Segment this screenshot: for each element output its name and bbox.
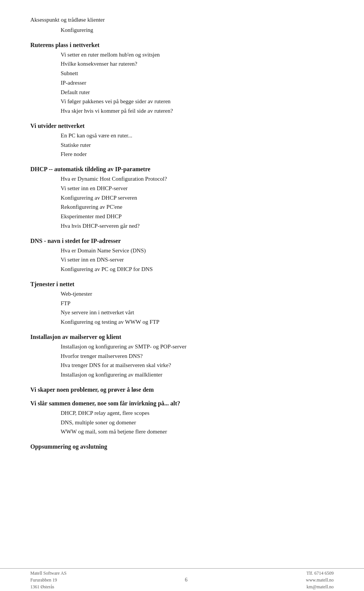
page-wrapper: Aksesspunkt og trådløse klienter Konfigu… [0, 0, 364, 591]
content-area: Aksesspunkt og trådløse klienter Konfigu… [30, 15, 334, 450]
ruterens-item-1: Hvilke konsekvenser har ruteren? [61, 59, 334, 69]
dhcp-item-5: Hva hvis DHCP-serveren går ned? [61, 221, 334, 231]
heading-aksesspunkt: Aksesspunkt og trådløse klienter [30, 15, 334, 25]
indent-ruterens: Vi setter en ruter mellom hub'en og svit… [30, 50, 334, 116]
section-tjenester: Tjenester i nettet Web-tjenester FTP Nye… [30, 281, 334, 327]
footer-left: Matell Software AS Fururabben 19 1361 Øs… [30, 570, 66, 590]
indent-dns: Hva er Domain Name Service (DNS) Vi sett… [30, 246, 334, 274]
ruterens-item-5: Vi følger pakkenes vei på begge sider av… [61, 97, 334, 106]
vi-utvider-item-0: En PC kan også være en ruter... [61, 131, 334, 140]
heading-vi-slaar: Vi slår sammen domener, noe som får invi… [30, 400, 334, 407]
dhcp-item-0: Hva er Dynamic Host Configuration Protoc… [61, 174, 334, 184]
vi-utvider-item-2: Flere noder [61, 150, 334, 159]
section-dns: DNS - navn i stedet for IP-adresser Hva … [30, 238, 334, 274]
dhcp-item-4: Eksperimenter med DHCP [61, 212, 334, 221]
footer-address1: Fururabben 19 [30, 577, 66, 583]
installasjon-item-3: Installasjon og konfigurering av mailkli… [61, 370, 334, 380]
ruterens-item-2: Subnett [61, 69, 334, 78]
footer-address2: 1361 Østerås [30, 583, 66, 590]
indent-vi-utvider: En PC kan også være en ruter... Statiske… [30, 131, 334, 159]
ruterens-item-6: Hva skjer hvis vi kommer på feil side av… [61, 106, 334, 116]
section-vi-skaper: Vi skaper noen problemer, og prøver å lø… [30, 386, 334, 393]
tjenester-item-2: Nye servere inn i nettverket vårt [61, 308, 334, 317]
tjenester-item-0: Web-tjenester [61, 289, 334, 299]
installasjon-item-0: Installasjon og konfigurering av SMTP- o… [61, 342, 334, 351]
vi-slaar-item-1: DNS, multiple soner og domener [61, 418, 334, 427]
indent-installasjon: Installasjon og konfigurering av SMTP- o… [30, 342, 334, 380]
vi-slaar-item-2: WWW og mail, som må betjene flere domene… [61, 427, 334, 437]
section-vi-slaar: Vi slår sammen domener, noe som får invi… [30, 400, 334, 437]
vi-slaar-item-0: DHCP, DHCP relay agent, flere scopes [61, 408, 334, 418]
footer: Matell Software AS Fururabben 19 1361 Øs… [0, 568, 364, 591]
dhcp-item-2: Konfigurering av DHCP serveren [61, 193, 334, 203]
dns-item-0: Hva er Domain Name Service (DNS) [61, 246, 334, 255]
dns-item-1: Vi setter inn en DNS-server [61, 255, 334, 265]
section-ruterens: Ruterens plass i nettverket Vi setter en… [30, 42, 334, 116]
tjenester-item-3: Konfigurering og testing av WWW og FTP [61, 317, 334, 327]
heading-oppsummering: Oppsummering og avslutning [30, 443, 334, 450]
section-dhcp: DHCP -- automatisk tildeling av IP-param… [30, 166, 334, 231]
footer-page-number: 6 [185, 577, 188, 583]
indent-tjenester: Web-tjenester FTP Nye servere inn i nett… [30, 289, 334, 327]
tjenester-item-1: FTP [61, 299, 334, 308]
indent-konfigurering: Konfigurering [30, 25, 334, 35]
ruterens-item-3: IP-adresser [61, 78, 334, 88]
footer-email: km@matell.no [306, 583, 334, 590]
footer-website: www.matell.no [306, 577, 334, 583]
ruterens-item-0: Vi setter en ruter mellom hub'en og svit… [61, 50, 334, 60]
installasjon-item-2: Hva trenger DNS for at mailserveren skal… [61, 361, 334, 370]
heading-ruterens: Ruterens plass i nettverket [30, 42, 334, 49]
heading-tjenester: Tjenester i nettet [30, 281, 334, 288]
ruterens-item-4: Default ruter [61, 88, 334, 97]
section-oppsummering: Oppsummering og avslutning [30, 443, 334, 450]
dhcp-item-3: Rekonfigurering av PC'ene [61, 202, 334, 212]
footer-phone: Tlf. 6714 6509 [306, 570, 334, 577]
dns-item-2: Konfigurering av PC og DHCP for DNS [61, 265, 334, 274]
heading-installasjon: Installasjon av mailserver og klient [30, 334, 334, 340]
heading-dhcp: DHCP -- automatisk tildeling av IP-param… [30, 166, 334, 173]
heading-dns: DNS - navn i stedet for IP-adresser [30, 238, 334, 244]
item-konfigurering: Konfigurering [61, 25, 334, 35]
section-aksesspunkt: Aksesspunkt og trådløse klienter Konfigu… [30, 15, 334, 35]
indent-vi-slaar: DHCP, DHCP relay agent, flere scopes DNS… [30, 408, 334, 437]
dhcp-item-1: Vi setter inn en DHCP-server [61, 184, 334, 193]
indent-dhcp: Hva er Dynamic Host Configuration Protoc… [30, 174, 334, 231]
heading-vi-utvider: Vi utvider nettverket [30, 123, 334, 129]
footer-right: Tlf. 6714 6509 www.matell.no km@matell.n… [306, 570, 334, 590]
section-installasjon: Installasjon av mailserver og klient Ins… [30, 334, 334, 380]
section-vi-utvider: Vi utvider nettverket En PC kan også vær… [30, 123, 334, 159]
vi-utvider-item-1: Statiske ruter [61, 140, 334, 150]
installasjon-item-1: Hvorfor trenger mailserveren DNS? [61, 351, 334, 361]
footer-company: Matell Software AS [30, 570, 66, 577]
heading-vi-skaper: Vi skaper noen problemer, og prøver å lø… [30, 386, 334, 393]
